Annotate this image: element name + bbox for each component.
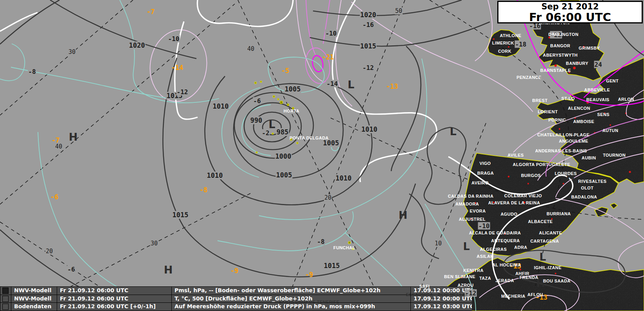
legend-source: NWV-Modell bbox=[11, 295, 57, 303]
legend-run-time: Fr 21.09.12 06:00 UTC bbox=[57, 295, 171, 303]
legend-row: NWV-Modell Fr 21.09.12 06:00 UTC T, °C, … bbox=[0, 295, 472, 303]
legend-parameter: T, °C, 500 [Druckfläche] ECMWF_Globe+102… bbox=[172, 295, 410, 303]
legend-run-time: Fr 21.09.12 06:00 UTC bbox=[57, 287, 171, 295]
legend-swatch bbox=[2, 304, 9, 310]
legend-swatch bbox=[2, 288, 9, 294]
legend-row: NWV-Modell Fr 21.09.12 06:00 UTC Pmsl, h… bbox=[0, 287, 472, 295]
legend-parameter: Pmsl, hPa, -- [Boden- oder Wasseroberflä… bbox=[172, 287, 410, 295]
weather-map-page: 1020101510201015100599098510051000100510… bbox=[0, 0, 644, 311]
valid-date: Sep 21 2012 bbox=[498, 2, 642, 11]
temp-contours-cyan bbox=[0, 0, 476, 311]
legend-row: Bodendaten Fr 21.09.12 06:00 UTC [+0/-1h… bbox=[0, 303, 472, 311]
islands-azores-madeira bbox=[255, 81, 354, 250]
temp-contours-white bbox=[0, 0, 573, 299]
legend-base-time: 17.09.12 03:00 UTC bbox=[411, 303, 472, 311]
valid-time-box: Sep 21 2012 Fr 06:00 UTC bbox=[497, 1, 643, 23]
legend-source: NWV-Modell bbox=[11, 287, 57, 295]
legend-swatch bbox=[2, 296, 9, 302]
landmass-layer bbox=[0, 0, 644, 311]
legend-parameter: Auf Meereshöhe reduzierter Druck (PPPP) … bbox=[172, 303, 410, 311]
legend-base-time: 17.09.12 00:00 UTC bbox=[411, 287, 472, 295]
legend-source: Bodendaten bbox=[11, 303, 57, 311]
weather-map-canvas bbox=[0, 0, 644, 311]
valid-time: Fr 06:00 UTC bbox=[498, 11, 642, 23]
legend-run-time: Fr 21.09.12 06:00 UTC [+0/-1h] bbox=[57, 303, 171, 311]
legend-table: NWV-Modell Fr 21.09.12 06:00 UTC Pmsl, h… bbox=[0, 286, 472, 311]
legend-base-time: 17.09.12 00:00 UTC bbox=[411, 295, 472, 303]
